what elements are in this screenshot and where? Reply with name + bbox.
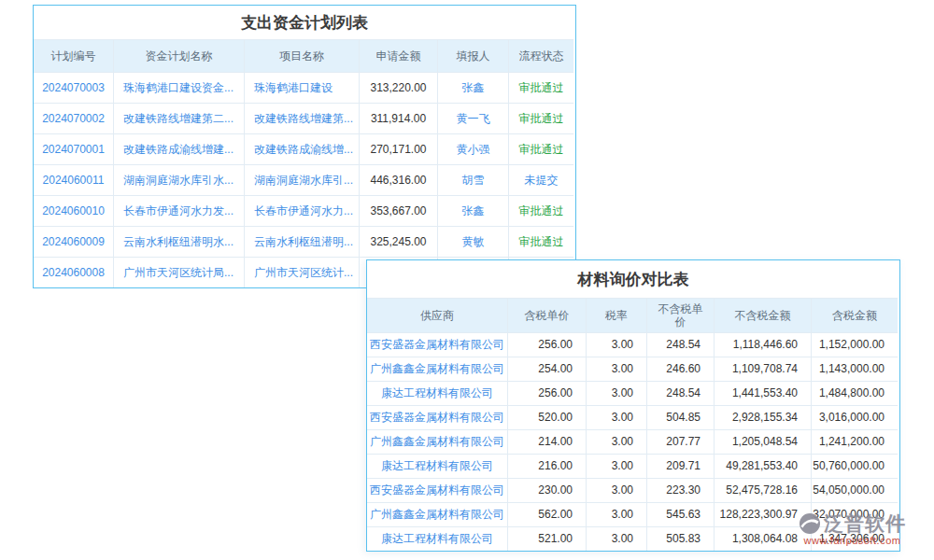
request-amount: 313,220.00	[359, 72, 437, 103]
fund-plan-name-link[interactable]: 改建铁路线增建第二...	[113, 103, 244, 133]
fund-plan-table-title: 支出资金计划列表	[34, 6, 575, 39]
table-row: 广州鑫鑫金属材料有限公司254.003.00246.601,109,708.74…	[367, 357, 899, 381]
column-header: 含税单价	[507, 298, 586, 332]
tax-rate: 3.00	[586, 429, 646, 454]
status-text[interactable]: 审批通过	[508, 103, 573, 133]
column-header: 项目名称	[244, 39, 359, 72]
reporter-name-link[interactable]: 胡雪	[437, 164, 508, 195]
tax-incl-amount: 1,152,000.00	[811, 332, 898, 357]
tax-incl-unit-price: 214.00	[507, 429, 586, 454]
tax-excl-amount: 128,223,300.97	[714, 502, 811, 526]
status-text[interactable]: 审批通过	[508, 133, 573, 164]
supplier-name-link[interactable]: 康达工程材料有限公司	[367, 381, 507, 405]
table-row: 2024060009云南水利枢纽潜明水...云南水利枢纽潜明...325,245…	[34, 226, 575, 257]
tax-incl-unit-price: 256.00	[507, 381, 586, 405]
status-text[interactable]: 审批通过	[508, 226, 573, 257]
tax-incl-unit-price: 216.00	[507, 454, 586, 478]
table-row: 康达工程材料有限公司256.003.00248.541,441,553.401,…	[367, 381, 899, 405]
plan-id-link[interactable]: 2024070003	[34, 72, 113, 103]
tax-incl-unit-price: 254.00	[507, 357, 586, 381]
tax-excl-unit-price: 504.85	[646, 405, 714, 429]
supplier-name-link[interactable]: 广州鑫鑫金属材料有限公司	[367, 502, 507, 526]
project-name-link[interactable]: 湖南洞庭湖水库引...	[244, 164, 359, 195]
column-header: 流程状态	[508, 39, 573, 72]
tax-excl-amount: 1,441,553.40	[714, 381, 811, 405]
tax-incl-amount: 50,760,000.00	[811, 454, 898, 478]
table-row: 2024070003珠海鹤港口建设资金...珠海鹤港口建设313,220.00张…	[34, 72, 575, 103]
fund-plan-name-link[interactable]: 珠海鹤港口建设资金...	[113, 72, 244, 103]
plan-id-link[interactable]: 2024070001	[34, 133, 113, 164]
status-text[interactable]: 未提交	[508, 164, 573, 195]
tax-incl-unit-price: 256.00	[507, 332, 586, 357]
tax-incl-amount: 54,050,000.00	[811, 478, 898, 502]
tax-excl-unit-price: 209.71	[646, 454, 714, 478]
material-inquiry-table-header: 供应商含税单价税率不含税单价不含税金额含税金额	[367, 298, 899, 332]
reporter-name-link[interactable]: 黄敏	[437, 226, 508, 257]
column-header: 含税金额	[811, 298, 898, 332]
supplier-name-link[interactable]: 康达工程材料有限公司	[367, 454, 507, 478]
status-text[interactable]: 审批通过	[508, 195, 573, 226]
column-header: 供应商	[367, 298, 507, 332]
project-name-link[interactable]: 广州市天河区统计...	[244, 257, 359, 287]
column-header: 填报人	[437, 39, 508, 72]
status-text[interactable]: 审批通过	[508, 72, 573, 103]
table-row: 广州鑫鑫金属材料有限公司562.003.00545.63128,223,300.…	[367, 502, 899, 526]
tax-incl-amount: 1,484,800.00	[811, 381, 898, 405]
material-inquiry-table: 材料询价对比表 供应商含税单价税率不含税单价不含税金额含税金额 西安盛器金属材料…	[366, 259, 900, 552]
supplier-name-link[interactable]: 西安盛器金属材料有限公司	[367, 332, 507, 357]
reporter-name-link[interactable]: 张鑫	[437, 72, 508, 103]
tax-excl-amount: 49,281,553.40	[714, 454, 811, 478]
tax-excl-amount: 1,118,446.60	[714, 332, 811, 357]
supplier-name-link[interactable]: 广州鑫鑫金属材料有限公司	[367, 429, 507, 454]
column-header: 申请金额	[359, 39, 437, 72]
supplier-name-link[interactable]: 西安盛器金属材料有限公司	[367, 405, 507, 429]
tax-incl-amount: 1,347,306.00	[811, 526, 898, 551]
reporter-name-link[interactable]: 黄一飞	[437, 103, 508, 133]
request-amount: 446,316.00	[359, 164, 437, 195]
request-amount: 270,171.00	[359, 133, 437, 164]
reporter-name-link[interactable]: 张鑫	[437, 195, 508, 226]
column-header: 不含税单价	[646, 298, 714, 332]
tax-rate: 3.00	[586, 332, 646, 357]
fund-plan-name-link[interactable]: 湖南洞庭湖水库引水...	[113, 164, 244, 195]
supplier-name-link[interactable]: 西安盛器金属材料有限公司	[367, 478, 507, 502]
project-name-link[interactable]: 改建铁路线增建第...	[244, 103, 359, 133]
plan-id-link[interactable]: 2024070002	[34, 103, 113, 133]
plan-id-link[interactable]: 2024060008	[34, 257, 113, 287]
tax-excl-unit-price: 223.30	[646, 478, 714, 502]
table-row: 2024070001改建铁路成渝线增建...改建铁路成渝线增...270,171…	[34, 133, 575, 164]
project-name-link[interactable]: 改建铁路成渝线增...	[244, 133, 359, 164]
fund-plan-table-body: 2024070003珠海鹤港口建设资金...珠海鹤港口建设313,220.00张…	[34, 72, 575, 287]
tax-excl-unit-price: 248.54	[646, 332, 714, 357]
plan-id-link[interactable]: 2024060009	[34, 226, 113, 257]
table-row: 西安盛器金属材料有限公司520.003.00504.852,928,155.34…	[367, 405, 899, 429]
column-header: 不含税金额	[714, 298, 811, 332]
tax-rate: 3.00	[586, 405, 646, 429]
table-row: 2024060011湖南洞庭湖水库引水...湖南洞庭湖水库引...446,316…	[34, 164, 575, 195]
fund-plan-name-link[interactable]: 长春市伊通河水力发...	[113, 195, 244, 226]
material-inquiry-table-body: 西安盛器金属材料有限公司256.003.00248.541,118,446.60…	[367, 332, 899, 551]
tax-incl-unit-price: 562.00	[507, 502, 586, 526]
table-row: 康达工程材料有限公司521.003.00505.831,308,064.081,…	[367, 526, 899, 551]
request-amount: 325,245.00	[359, 226, 437, 257]
fund-plan-name-link[interactable]: 改建铁路成渝线增建...	[113, 133, 244, 164]
tax-excl-unit-price: 545.63	[646, 502, 714, 526]
fund-plan-name-link[interactable]: 云南水利枢纽潜明水...	[113, 226, 244, 257]
plan-id-link[interactable]: 2024060011	[34, 164, 113, 195]
project-name-link[interactable]: 云南水利枢纽潜明...	[244, 226, 359, 257]
tax-excl-unit-price: 207.77	[646, 429, 714, 454]
project-name-link[interactable]: 珠海鹤港口建设	[244, 72, 359, 103]
tax-excl-amount: 1,308,064.08	[714, 526, 811, 551]
fund-plan-name-link[interactable]: 广州市天河区统计局...	[113, 257, 244, 287]
reporter-name-link[interactable]: 黄小强	[437, 133, 508, 164]
supplier-name-link[interactable]: 广州鑫鑫金属材料有限公司	[367, 357, 507, 381]
tax-excl-unit-price: 505.83	[646, 526, 714, 551]
project-name-link[interactable]: 长春市伊通河水力...	[244, 195, 359, 226]
plan-id-link[interactable]: 2024060010	[34, 195, 113, 226]
table-row: 广州鑫鑫金属材料有限公司214.003.00207.771,205,048.54…	[367, 429, 899, 454]
table-row: 西安盛器金属材料有限公司256.003.00248.541,118,446.60…	[367, 332, 899, 357]
supplier-name-link[interactable]: 康达工程材料有限公司	[367, 526, 507, 551]
tax-rate: 3.00	[586, 502, 646, 526]
column-header: 计划编号	[34, 39, 113, 72]
request-amount: 353,667.00	[359, 195, 437, 226]
